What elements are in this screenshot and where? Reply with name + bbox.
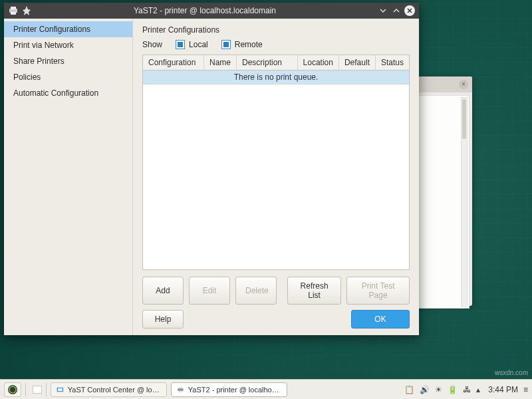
col-default[interactable]: Default: [339, 55, 376, 70]
battery-icon[interactable]: 🔋: [448, 385, 458, 394]
chevron-up-icon[interactable]: ▴: [476, 385, 480, 394]
close-icon[interactable]: ×: [459, 80, 468, 89]
app-launcher[interactable]: [4, 382, 21, 397]
window-title: YaST2 - printer @ localhost.localdomain: [35, 6, 375, 15]
empty-queue-message: There is no print queue.: [143, 70, 409, 84]
close-button[interactable]: [404, 5, 415, 16]
minimize-button[interactable]: [378, 5, 388, 16]
sidebar-item-printer-configurations[interactable]: Printer Configurations: [4, 21, 132, 37]
task-yast-control-center[interactable]: YaST Control Center @ localhost.lo...: [51, 382, 167, 397]
delete-button[interactable]: Delete: [235, 277, 277, 305]
col-status[interactable]: Status: [376, 55, 409, 70]
printer-icon: [8, 5, 19, 16]
col-description[interactable]: Description: [237, 55, 298, 70]
svg-rect-8: [179, 386, 182, 388]
maximize-button[interactable]: [391, 5, 402, 16]
sidebar-item-print-via-network[interactable]: Print via Network: [4, 37, 132, 53]
taskbar: YaST Control Center @ localhost.lo... Ya…: [0, 379, 532, 399]
add-button[interactable]: Add: [142, 277, 184, 305]
titlebar[interactable]: YaST2 - printer @ localhost.localdomain: [4, 3, 419, 19]
pin-icon[interactable]: [21, 5, 32, 16]
printer-table: Configuration Name Description Location …: [142, 55, 410, 270]
system-tray: 📋 🔊 ☀ 🔋 🖧 ▴ 3:44 PM ≡: [404, 385, 528, 394]
sidebar-item-automatic-configuration[interactable]: Automatic Configuration: [4, 85, 132, 101]
yast-printer-window: YaST2 - printer @ localhost.localdomain …: [4, 3, 419, 335]
clock[interactable]: 3:44 PM: [488, 385, 518, 394]
svg-rect-1: [11, 7, 16, 9]
sidebar-item-policies[interactable]: Policies: [4, 69, 132, 85]
task-yast-printer[interactable]: YaST2 - printer @ localhost.localdo...: [171, 382, 287, 397]
col-configuration[interactable]: Configuration: [143, 55, 204, 70]
svg-rect-6: [58, 388, 63, 390]
volume-icon[interactable]: 🔊: [420, 385, 430, 394]
page-title: Printer Configurations: [142, 25, 410, 35]
edit-button[interactable]: Edit: [189, 277, 230, 305]
local-checkbox[interactable]: Local: [176, 40, 208, 49]
col-name[interactable]: Name: [204, 55, 237, 70]
sidebar: Printer Configurations Print via Network…: [4, 19, 133, 335]
svg-rect-2: [11, 12, 16, 15]
clipboard-icon[interactable]: 📋: [404, 385, 414, 394]
help-button[interactable]: Help: [142, 310, 184, 329]
brightness-icon[interactable]: ☀: [435, 385, 442, 394]
pager[interactable]: [33, 386, 42, 394]
sidebar-item-share-printers[interactable]: Share Printers: [4, 53, 132, 69]
refresh-button[interactable]: Refresh List: [287, 277, 341, 305]
print-test-button[interactable]: Print Test Page: [346, 277, 410, 305]
scrollbar[interactable]: [461, 97, 467, 307]
svg-rect-9: [179, 390, 182, 392]
notifications-icon[interactable]: ≡: [523, 385, 528, 394]
remote-checkbox[interactable]: Remote: [221, 40, 263, 49]
network-icon[interactable]: 🖧: [463, 385, 471, 394]
watermark: wsxdn.com: [495, 369, 528, 376]
ok-button[interactable]: OK: [351, 310, 410, 329]
show-label: Show: [142, 40, 162, 49]
col-location[interactable]: Location: [298, 55, 339, 70]
